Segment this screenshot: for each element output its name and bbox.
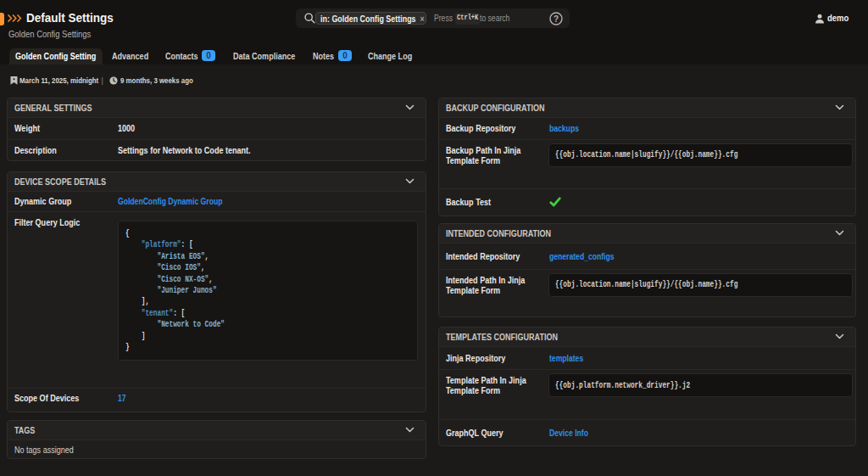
svg-text:?: ? <box>554 14 559 23</box>
